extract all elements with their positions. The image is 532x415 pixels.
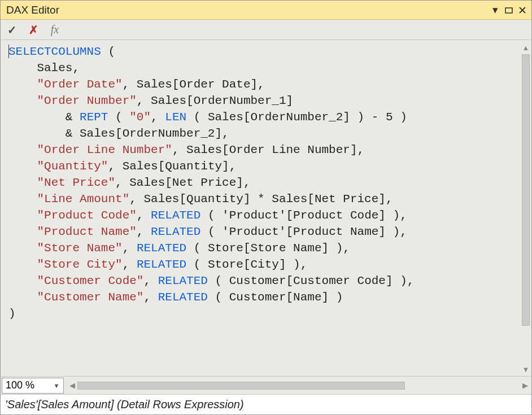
code-token: , bbox=[123, 242, 137, 255]
code-token: RELATED bbox=[151, 225, 200, 238]
cancel-icon[interactable]: ✗ bbox=[27, 23, 40, 37]
code-token: "Net Price" bbox=[37, 176, 115, 189]
editor-pane: SELECTCOLUMNS ( Sales, "Order Date", Sal… bbox=[1, 40, 531, 376]
code-token bbox=[8, 209, 37, 222]
code-token bbox=[8, 176, 37, 189]
scroll-thumb[interactable] bbox=[522, 54, 530, 326]
code-token: REPT bbox=[80, 111, 108, 124]
code-token bbox=[8, 94, 37, 107]
code-editor[interactable]: SELECTCOLUMNS ( Sales, "Order Date", Sal… bbox=[1, 40, 520, 376]
horizontal-scrollbar[interactable]: ◀ ▶ bbox=[66, 380, 531, 391]
code-token: "Store City" bbox=[37, 258, 122, 271]
code-token: RELATED bbox=[158, 291, 208, 304]
scroll-up-icon[interactable]: ▲ bbox=[522, 43, 530, 52]
window-dropdown-icon[interactable]: ▾ bbox=[490, 5, 501, 16]
code-token: "0" bbox=[129, 111, 151, 124]
code-token: , Sales[Net Price], bbox=[115, 176, 250, 189]
window-title: DAX Editor bbox=[6, 4, 490, 16]
scroll-left-icon[interactable]: ◀ bbox=[68, 381, 76, 390]
code-token: RELATED bbox=[151, 209, 200, 222]
status-text: 'Sales'[Sales Amount] (Detail Rows Expre… bbox=[5, 398, 244, 411]
code-token: , Sales[Order Line Number], bbox=[172, 143, 364, 156]
code-token: ( Customer[Name] ) bbox=[208, 291, 343, 304]
code-token: ( Customer[Customer Code] ), bbox=[208, 274, 414, 287]
code-token: , bbox=[137, 209, 151, 222]
code-token: ( Store[Store Name] ), bbox=[186, 242, 350, 255]
window-maximize-icon[interactable] bbox=[503, 5, 514, 16]
code-token: "Product Name" bbox=[37, 225, 136, 238]
code-token bbox=[8, 291, 37, 304]
zoom-select[interactable]: 100 % ▼ bbox=[2, 378, 64, 394]
code-token: ( 'Product'[Product Code] ), bbox=[200, 209, 407, 222]
code-token: , bbox=[143, 291, 158, 304]
code-token: "Customer Name" bbox=[37, 291, 143, 304]
code-token: & Sales[OrderNumber_2], bbox=[8, 127, 229, 140]
code-token: , bbox=[151, 111, 165, 124]
code-token bbox=[8, 143, 37, 156]
code-token: , bbox=[143, 274, 158, 287]
code-token bbox=[8, 160, 37, 173]
hscroll-track[interactable] bbox=[77, 382, 520, 390]
code-token: , bbox=[123, 258, 137, 271]
dropdown-icon: ▼ bbox=[51, 379, 62, 392]
code-token: LEN bbox=[165, 111, 186, 124]
window-controls: ▾ bbox=[490, 5, 528, 16]
code-token: "Store Name" bbox=[37, 242, 122, 255]
zoom-value: 100 % bbox=[6, 379, 34, 391]
svg-rect-0 bbox=[505, 8, 512, 13]
code-token: SELECTCOLUMNS bbox=[8, 45, 101, 58]
code-token: "Customer Code" bbox=[37, 274, 143, 287]
code-token: ( Store[City] ), bbox=[186, 258, 307, 271]
bottom-bar: 100 % ▼ ◀ ▶ bbox=[1, 376, 531, 394]
code-token: Sales, bbox=[8, 62, 80, 75]
code-token: "Order Number" bbox=[37, 94, 136, 107]
scroll-right-icon[interactable]: ▶ bbox=[521, 381, 529, 390]
window-close-icon[interactable] bbox=[517, 5, 528, 16]
code-token: , Sales[Order Date], bbox=[123, 78, 265, 91]
code-token bbox=[8, 225, 37, 238]
code-token: "Product Code" bbox=[37, 209, 136, 222]
code-token: RELATED bbox=[137, 242, 186, 255]
toolbar: ✓ ✗ fx bbox=[1, 20, 531, 40]
scroll-down-icon[interactable]: ▼ bbox=[522, 365, 530, 374]
code-token: "Quantity" bbox=[37, 160, 108, 173]
code-token bbox=[8, 193, 37, 206]
code-token: ) bbox=[8, 307, 16, 320]
code-token: ( bbox=[108, 111, 129, 124]
code-token: RELATED bbox=[158, 274, 208, 287]
text-caret bbox=[8, 45, 9, 58]
code-token: ( 'Product'[Product Name] ), bbox=[200, 225, 407, 238]
code-token: , bbox=[137, 225, 151, 238]
code-token: & bbox=[8, 111, 80, 124]
statusbar: 'Sales'[Sales Amount] (Detail Rows Expre… bbox=[1, 394, 531, 414]
scroll-track[interactable] bbox=[522, 54, 530, 363]
fx-icon[interactable]: fx bbox=[48, 23, 62, 37]
code-token: ( bbox=[101, 45, 115, 58]
code-token bbox=[8, 242, 37, 255]
vertical-scrollbar[interactable]: ▲ ▼ bbox=[520, 40, 531, 376]
code-token bbox=[8, 258, 37, 271]
code-token: ( Sales[OrderNumber_2] ) - 5 ) bbox=[186, 111, 407, 124]
code-token: "Order Date" bbox=[37, 78, 122, 91]
hscroll-thumb[interactable] bbox=[77, 382, 405, 390]
code-token: , Sales[OrderNumber_1] bbox=[137, 94, 293, 107]
titlebar: DAX Editor ▾ bbox=[1, 1, 531, 20]
code-token: "Order Line Number" bbox=[37, 143, 172, 156]
code-token: , Sales[Quantity], bbox=[108, 160, 236, 173]
code-token: "Line Amount" bbox=[37, 193, 129, 206]
accept-icon[interactable]: ✓ bbox=[5, 23, 19, 37]
code-token bbox=[8, 78, 37, 91]
code-token: RELATED bbox=[137, 258, 186, 271]
code-token bbox=[8, 274, 37, 287]
code-token: , Sales[Quantity] * Sales[Net Price], bbox=[129, 193, 393, 206]
